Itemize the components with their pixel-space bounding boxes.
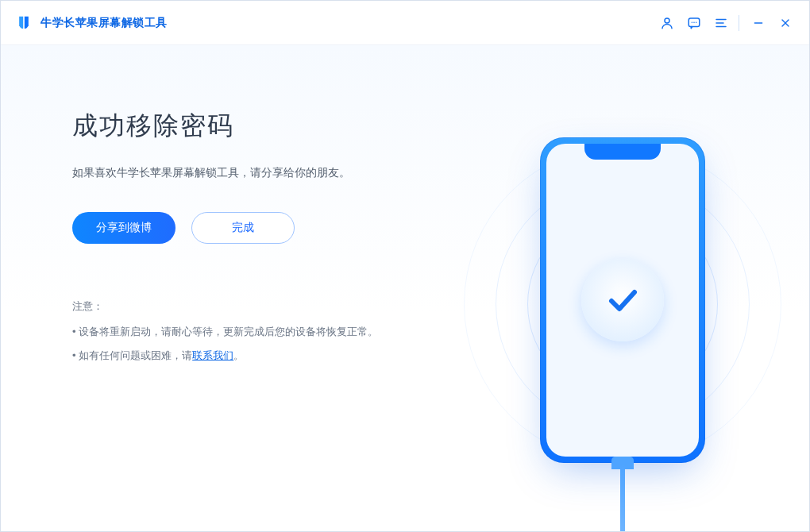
user-icon[interactable] [654, 10, 680, 36]
cable-plug [611, 457, 634, 469]
titlebar-separator [739, 15, 739, 31]
contact-us-link[interactable]: 联系我们 [192, 349, 233, 361]
svg-point-3 [693, 21, 695, 23]
phone-notch [584, 144, 661, 160]
note-line-2: • 如有任何问题或困难，请联系我们。 [72, 349, 809, 363]
notes-title: 注意： [72, 299, 809, 314]
note-2-prefix: • 如有任何问题或困难，请 [72, 349, 192, 361]
app-logo-icon [15, 14, 33, 32]
cable [620, 465, 625, 531]
close-button[interactable] [773, 10, 798, 36]
note-2-suffix: 。 [233, 349, 244, 361]
svg-point-2 [692, 21, 693, 23]
done-button[interactable]: 完成 [191, 212, 295, 244]
minimize-button[interactable] [746, 10, 771, 36]
page-heading: 成功移除密码 [72, 109, 809, 144]
titlebar: 牛学长苹果屏幕解锁工具 [1, 1, 809, 45]
page-subtext: 如果喜欢牛学长苹果屏幕解锁工具，请分享给你的朋友。 [72, 166, 809, 180]
app-title: 牛学长苹果屏幕解锁工具 [40, 16, 168, 30]
share-weibo-button[interactable]: 分享到微博 [72, 212, 176, 244]
content-area: 成功移除密码 如果喜欢牛学长苹果屏幕解锁工具，请分享给你的朋友。 分享到微博 完… [1, 45, 809, 531]
svg-point-0 [665, 18, 669, 23]
menu-icon[interactable] [708, 10, 734, 36]
note-line-1: • 设备将重新启动，请耐心等待，更新完成后您的设备将恢复正常。 [72, 325, 809, 339]
button-row: 分享到微博 完成 [72, 212, 809, 244]
svg-point-4 [696, 21, 697, 23]
feedback-icon[interactable] [681, 10, 707, 36]
